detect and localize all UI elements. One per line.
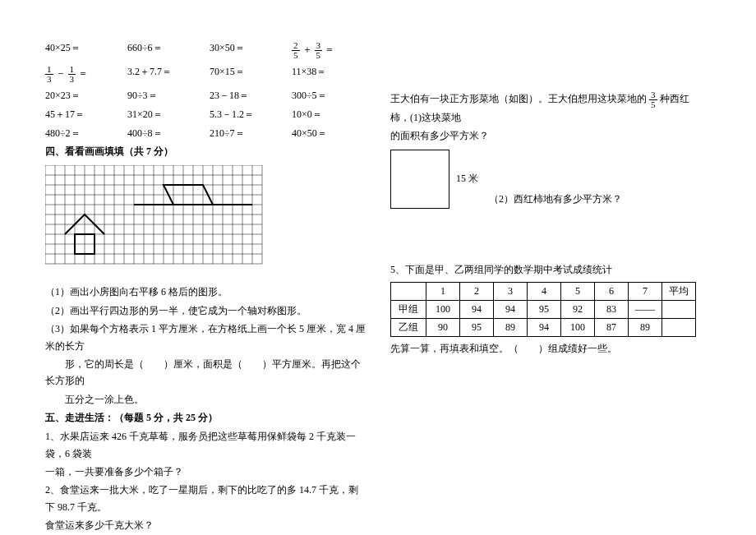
right-q2: （2）西红柿地有多少平方米？ bbox=[489, 191, 703, 207]
calc-cell: 90÷3＝ bbox=[127, 89, 210, 103]
calc-cell: 40×50＝ bbox=[292, 127, 366, 141]
calc-cell: 210÷7＝ bbox=[210, 127, 292, 141]
calc-grid: 40×25＝ 660÷6＝ 30×50＝ 25 ＋ 35 ＝ 13 － 13 ＝… bbox=[45, 41, 366, 140]
calc-cell: 480÷2＝ bbox=[45, 127, 127, 141]
calc-cell: 40×25＝ bbox=[45, 41, 127, 60]
q5-2b: 食堂运来多少千克大米？ bbox=[45, 517, 366, 533]
right-intro-c: 的面积有多少平方米？ bbox=[390, 127, 703, 144]
table-row: 甲组1009494959283—— bbox=[391, 300, 696, 318]
calc-cell: 5.3－1.2＝ bbox=[210, 108, 292, 122]
q5-1a: 1、水果店运来 426 千克草莓，服务员把这些草莓用保鲜袋每 2 千克装一袋，6… bbox=[45, 428, 366, 462]
section-4-title: 四、看看画画填填（共 7 分） bbox=[45, 145, 366, 159]
score-table: 1234567平均 甲组1009494959283—— 乙组9095899410… bbox=[390, 282, 696, 337]
calc-cell: 31×20＝ bbox=[127, 108, 210, 122]
calc-cell: 45＋17＝ bbox=[45, 108, 127, 122]
q5-table-title: 5、下面是甲、乙两组同学的数学期中考试成绩统计 bbox=[390, 261, 703, 278]
grid-figure bbox=[45, 165, 267, 272]
calc-cell: 30×50＝ bbox=[210, 41, 292, 60]
calc-cell: 660÷6＝ bbox=[127, 41, 210, 60]
calc-cell: 20×23＝ bbox=[45, 89, 127, 103]
q5-1b: 一箱，一共要准备多少个箱子？ bbox=[45, 464, 366, 480]
q4-2: （2）画出平行四边形的另一半，使它成为一个轴对称图形。 bbox=[45, 302, 366, 319]
q5-tail: 先算一算，再填表和填空。（ ）组成绩好一些。 bbox=[390, 340, 703, 357]
q4-3c: 五分之一涂上色。 bbox=[45, 391, 366, 408]
q4-3b: 形，它的周长是（ ）厘米，面积是（ ）平方厘米。再把这个长方形的 bbox=[45, 356, 366, 390]
calc-cell: 25 ＋ 35 ＝ bbox=[292, 41, 366, 60]
calc-cell: 11×38＝ bbox=[292, 65, 366, 84]
calc-cell: 3.2＋7.7＝ bbox=[127, 65, 210, 84]
calc-cell: 70×15＝ bbox=[210, 65, 292, 84]
square-side-label: 15 米 bbox=[456, 172, 478, 186]
right-intro: 王大伯有一块正方形菜地（如图）。王大伯想用这块菜地的 35 种西红柿，(1)这块… bbox=[390, 90, 703, 126]
calc-cell: 300÷5＝ bbox=[292, 89, 366, 103]
section-5-title: 五、走进生活：（每题 5 分，共 25 分） bbox=[45, 411, 366, 425]
q5-2a: 2、食堂运来一批大米，吃了一星期后，剩下的比吃了的多 14.7 千克，剩下 98… bbox=[45, 482, 366, 515]
square-figure bbox=[390, 150, 449, 209]
q4-1: （1）画出小房图向右平移 6 格后的图形。 bbox=[45, 284, 366, 300]
left-column: 40×25＝ 660÷6＝ 30×50＝ 25 ＋ 35 ＝ 13 － 13 ＝… bbox=[45, 41, 366, 535]
q4-3a: （3）如果每个方格表示 1 平方厘米，在方格纸上画一个长 5 厘米，宽 4 厘米… bbox=[45, 321, 366, 354]
calc-cell: 10×0＝ bbox=[292, 108, 366, 122]
table-row: 1234567平均 bbox=[391, 282, 696, 300]
calc-cell: 23－18＝ bbox=[210, 89, 292, 103]
calc-cell: 400÷8＝ bbox=[127, 127, 210, 141]
table-row: 乙组909589941008789 bbox=[391, 318, 696, 336]
calc-cell: 13 － 13 ＝ bbox=[45, 65, 127, 84]
right-column: 王大伯有一块正方形菜地（如图）。王大伯想用这块菜地的 35 种西红柿，(1)这块… bbox=[390, 41, 703, 535]
